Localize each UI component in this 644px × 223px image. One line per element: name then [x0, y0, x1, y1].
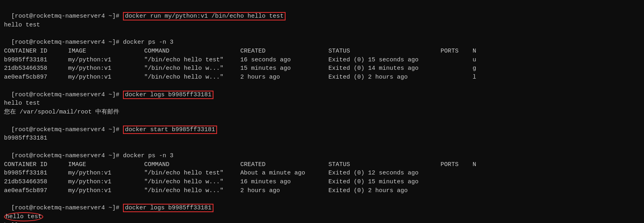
cmd-highlight-3: docker start b9985ff33181: [123, 126, 217, 134]
table2-row3: ae0eaf5cb897my/python:v1"/bin/echo hello…: [4, 187, 640, 195]
cmd-highlight-2: docker logs b9985ff33181: [123, 91, 213, 99]
table1-row2: 21db53466358my/python:v1"/bin/echo hello…: [4, 64, 640, 73]
table1-row1: b9985ff33181my/python:v1"/bin/echo hello…: [4, 56, 640, 65]
line-3: [root@rocketmq-nameserver4 ~]# docker ps…: [4, 29, 640, 47]
table2-header: CONTAINER IDIMAGECOMMANDCREATEDSTATUSPOR…: [4, 160, 640, 169]
line-start-output: b9985ff33181: [4, 134, 640, 143]
table2-row2: 21db53466358my/python:v1"/bin/echo hello…: [4, 178, 640, 187]
prompt-logs1: [root@rocketmq-nameserver4 ~]#: [11, 91, 123, 98]
line-start: [root@rocketmq-nameserver4 ~]# docker st…: [4, 117, 640, 134]
prompt-ps2: [root@rocketmq-nameserver4 ~]# docker ps…: [11, 152, 173, 159]
line-output-logs1: hello test: [4, 99, 640, 108]
line-mail: 您在 /var/spool/mail/root 中有邮件: [4, 108, 640, 117]
line-output-circle: hello test: [4, 213, 640, 221]
line-hello-test2: hello test: [4, 221, 640, 223]
table1-header: CONTAINER IDIMAGECOMMANDCREATEDSTATUSPOR…: [4, 47, 640, 56]
prompt-start: [root@rocketmq-nameserver4 ~]#: [11, 126, 123, 133]
prompt-3: [root@rocketmq-nameserver4 ~]# docker ps…: [11, 39, 173, 46]
table1-row3: ae0eaf5cb897my/python:v1"/bin/echo hello…: [4, 73, 640, 82]
circle-hello-test: hello test: [4, 212, 43, 221]
table2-row1: b9985ff33181my/python:v1"/bin/echo hello…: [4, 169, 640, 178]
cmd-highlight-4: docker logs b9985ff33181: [123, 204, 213, 212]
prompt-logs2: [root@rocketmq-nameserver4 ~]#: [11, 205, 123, 211]
line-ps2: [root@rocketmq-nameserver4 ~]# docker ps…: [4, 143, 640, 160]
line-1: [root@rocketmq-nameserver4 ~]# docker ru…: [4, 3, 640, 21]
line-logs1: [root@rocketmq-nameserver4 ~]# docker lo…: [4, 82, 640, 99]
line-logs2: [root@rocketmq-nameserver4 ~]# docker lo…: [4, 195, 640, 213]
cmd-highlight-1: docker run my/python:v1 /bin/echo hello …: [123, 12, 286, 20]
line-2: hello test: [4, 21, 640, 30]
prompt-1: [root@rocketmq-nameserver4 ~]#: [11, 13, 123, 20]
